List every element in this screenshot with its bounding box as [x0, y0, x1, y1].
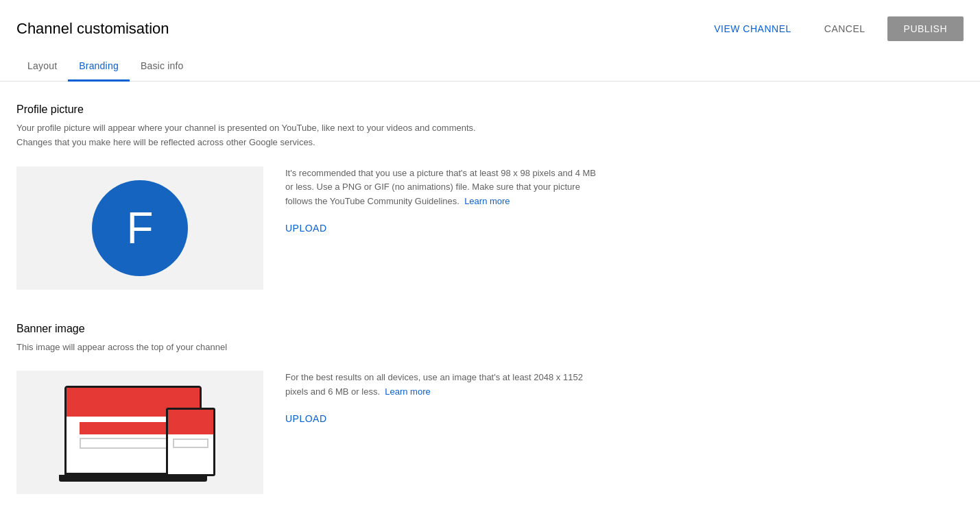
profile-picture-preview: F: [16, 166, 263, 290]
tablet-area: [166, 408, 215, 476]
page-title: Channel customisation: [16, 20, 169, 38]
banner-image-body: For the best results on all devices, use…: [16, 371, 601, 494]
banner-image-info: For the best results on all devices, use…: [285, 371, 601, 424]
cancel-button[interactable]: CANCEL: [813, 18, 876, 40]
banner-image-description: This image will appear across the top of…: [16, 341, 497, 355]
tab-layout[interactable]: Layout: [16, 52, 68, 82]
page-header: Channel customisation VIEW CHANNEL CANCE…: [0, 0, 980, 41]
profile-picture-description: Your profile picture will appear where y…: [16, 121, 497, 150]
view-channel-button[interactable]: VIEW CHANNEL: [703, 18, 802, 40]
tablet-banner-red: [168, 410, 213, 434]
tablet-inner-white: [173, 439, 209, 448]
banner-image-title: Banner image: [16, 323, 601, 335]
banner-image-learn-more[interactable]: Learn more: [385, 386, 430, 397]
profile-picture-learn-more[interactable]: Learn more: [464, 196, 510, 206]
banner-illustration: [64, 378, 215, 487]
profile-picture-info-text: It's recommended that you use a picture …: [285, 166, 601, 209]
profile-picture-upload-button[interactable]: UPLOAD: [285, 223, 327, 234]
banner-image-info-text: For the best results on all devices, use…: [285, 371, 601, 399]
publish-button[interactable]: PUBLISH: [887, 16, 964, 41]
avatar: F: [92, 180, 188, 276]
banner-image-section: Banner image This image will appear acro…: [16, 323, 601, 495]
profile-picture-title: Profile picture: [16, 103, 601, 116]
content-area: Profile picture Your profile picture wil…: [0, 82, 617, 531]
profile-picture-info: It's recommended that you use a picture …: [285, 166, 601, 234]
banner-image-preview: [16, 371, 263, 494]
banner-image-upload-button[interactable]: UPLOAD: [285, 413, 327, 424]
tab-basic-info[interactable]: Basic info: [130, 52, 195, 82]
profile-picture-section: Profile picture Your profile picture wil…: [16, 103, 601, 290]
tabs-nav: Layout Branding Basic info: [0, 52, 980, 82]
header-actions: VIEW CHANNEL CANCEL PUBLISH: [703, 16, 964, 41]
tab-branding[interactable]: Branding: [68, 52, 130, 82]
profile-picture-body: F It's recommended that you use a pictur…: [16, 166, 601, 290]
